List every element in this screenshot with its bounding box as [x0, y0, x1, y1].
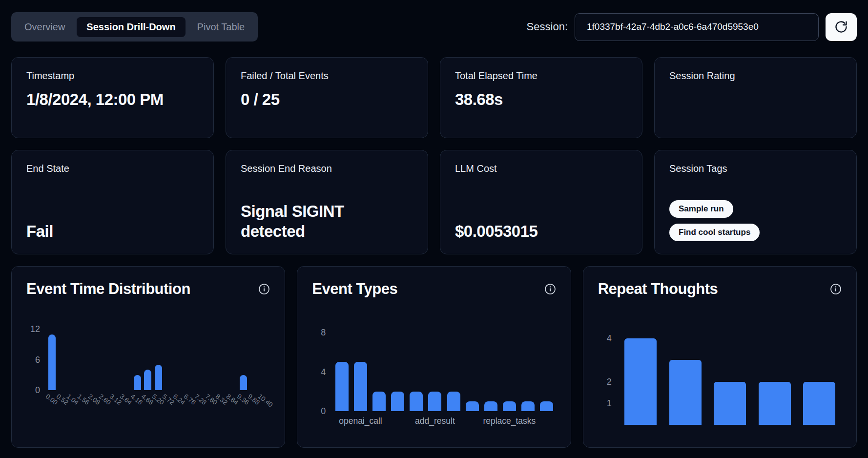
info-icon[interactable] [830, 283, 842, 295]
stat-label: LLM Cost [455, 163, 627, 174]
tab-session-drill-down[interactable]: Session Drill-Down [77, 17, 185, 37]
chart-card-event-types: Event Types 840openai_calladd_resultrepl… [297, 266, 571, 448]
chart-header: Event Types [312, 280, 556, 298]
x-tick-label: replace_tasks [483, 416, 536, 426]
stat-card-total-elapsed-time: Total Elapsed Time 38.68s [440, 57, 642, 138]
stat-label: Timestamp [26, 70, 199, 82]
chart-header: Event Time Distribution [26, 280, 270, 298]
stat-card-session-rating: Session Rating [654, 57, 857, 138]
bar [466, 401, 479, 411]
bar [134, 375, 141, 390]
session-id-input[interactable] [575, 13, 819, 41]
bar [759, 382, 791, 425]
charts-grid: Event Time Distribution 12600.000.521.04… [11, 266, 857, 448]
x-tick-label: openai_call [339, 416, 382, 426]
session-tag: Sample run [669, 200, 733, 218]
y-tick-label: 0 [35, 385, 40, 396]
event-types-chart: 840openai_calladd_resultreplace_tasks [312, 298, 556, 431]
bar [484, 401, 497, 411]
x-tick-label: 10.40 [257, 393, 274, 409]
stat-value: $0.0053015 [455, 221, 627, 241]
stat-card-timestamp: Timestamp 1/8/2024, 12:00 PM [11, 57, 214, 138]
stat-label: Session Tags [669, 163, 842, 174]
chart-header: Repeat Thoughts [598, 280, 842, 298]
bar [447, 392, 460, 411]
dashboard-page: Overview Session Drill-Down Pivot Table … [0, 0, 868, 448]
y-tick-label: 2 [607, 376, 612, 387]
x-tick-label: add_result [415, 416, 455, 426]
y-axis: 840 [312, 330, 332, 411]
bar [714, 382, 746, 425]
y-axis: 421 [598, 332, 619, 425]
y-axis: 1260 [26, 324, 47, 390]
session-selector: Session: [527, 13, 857, 41]
bar [391, 392, 404, 411]
refresh-button[interactable] [826, 13, 857, 41]
chart-title: Event Time Distribution [26, 280, 190, 298]
bar [155, 365, 162, 390]
chart-title: Repeat Thoughts [598, 280, 718, 298]
plot-area [332, 330, 556, 411]
event-time-distribution-chart: 12600.000.521.041.562.082.603.123.644.16… [26, 298, 270, 421]
bar [335, 362, 349, 411]
y-tick-label: 4 [321, 367, 326, 377]
chart-title: Event Types [312, 280, 397, 298]
stat-value: Signal SIGINT detected [241, 201, 387, 242]
info-icon[interactable] [544, 283, 556, 295]
info-icon[interactable] [258, 283, 270, 295]
repeat-thoughts-chart: 421 [598, 298, 842, 425]
stat-label: Session End Reason [241, 163, 413, 174]
plot-area [47, 324, 270, 390]
bar [410, 392, 423, 411]
session-label: Session: [527, 21, 568, 33]
bar [240, 375, 247, 390]
stat-label: Session Rating [669, 70, 842, 82]
session-tag: Find cool startups [669, 224, 760, 241]
y-tick-label: 8 [321, 327, 326, 338]
bar [354, 362, 367, 411]
stat-card-llm-cost: LLM Cost $0.0053015 [440, 150, 642, 254]
bar [624, 338, 657, 425]
view-tabs: Overview Session Drill-Down Pivot Table [11, 12, 258, 42]
stat-value: 0 / 25 [241, 89, 413, 109]
bar [144, 370, 151, 390]
bar [428, 392, 441, 411]
plot-area [619, 332, 842, 425]
bar [503, 401, 516, 411]
stats-grid: Timestamp 1/8/2024, 12:00 PM Failed / To… [11, 57, 857, 254]
bar [48, 334, 56, 390]
stat-label: Failed / Total Events [241, 70, 413, 82]
x-axis: openai_calladd_resultreplace_tasks [332, 411, 556, 431]
y-tick-label: 12 [30, 324, 40, 334]
y-tick-label: 4 [607, 333, 612, 344]
chart-card-repeat-thoughts: Repeat Thoughts 421 [583, 266, 857, 448]
stat-value: Fail [26, 221, 199, 241]
refresh-icon [834, 20, 848, 34]
stat-card-failed-total-events: Failed / Total Events 0 / 25 [226, 57, 428, 138]
stat-label: End State [26, 163, 199, 174]
stat-label: Total Elapsed Time [455, 70, 627, 82]
stat-card-end-state: End State Fail [11, 150, 214, 254]
bar [803, 382, 835, 425]
stat-value: 1/8/2024, 12:00 PM [26, 89, 199, 109]
tab-overview[interactable]: Overview [15, 17, 75, 37]
y-tick-label: 6 [35, 354, 40, 365]
stat-card-session-tags: Session Tags Sample run Find cool startu… [654, 150, 857, 254]
stat-card-session-end-reason: Session End Reason Signal SIGINT detecte… [226, 150, 428, 254]
top-bar: Overview Session Drill-Down Pivot Table … [11, 12, 857, 42]
bar [521, 401, 535, 411]
chart-card-event-time-distribution: Event Time Distribution 12600.000.521.04… [11, 266, 285, 448]
bar [540, 401, 553, 411]
x-axis: 0.000.521.041.562.082.603.123.644.164.68… [47, 390, 270, 421]
bar [372, 392, 386, 411]
y-tick-label: 1 [607, 398, 612, 409]
y-tick-label: 0 [321, 406, 326, 416]
stat-value: 38.68s [455, 89, 627, 109]
bar [669, 360, 702, 425]
session-tags-list: Sample run Find cool startups [669, 200, 842, 241]
tab-pivot-table[interactable]: Pivot Table [187, 17, 254, 37]
